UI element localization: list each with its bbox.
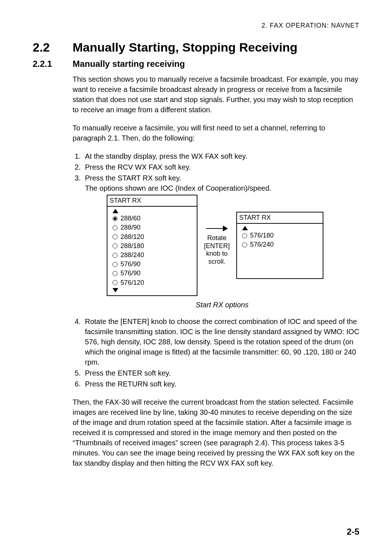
start-rx-left-panel: START RX 288/60 288/90 288/120 288/180 2… [107,195,197,296]
panel-body: 288/60 288/90 288/120 288/180 288/240 57… [107,207,197,295]
figure: START RX 288/60 288/90 288/120 288/180 2… [107,195,359,296]
radio-icon [113,253,118,258]
connector-text: [ENTER] [204,242,230,250]
scroll-up-icon [242,226,248,230]
step-text: Press the ENTER soft key. [85,369,171,377]
panel-body: 576/180 576/240 [237,224,323,278]
start-rx-right-panel: START RX 576/180 576/240 [236,212,323,279]
list-item: Press the START RX soft key. The options… [83,173,359,310]
arrow-right-icon [206,225,228,232]
option-label: 288/240 [121,251,144,260]
option-label: 288/60 [121,214,140,223]
scroll-down-icon [113,288,118,292]
step-sub-text: The options shown are IOC (Index of Coop… [85,183,359,193]
connector-text: scroll. [208,258,225,266]
option-row: 288/60 [113,214,193,223]
list-item: Press the RCV WX FAX soft key. [83,162,359,172]
step-text: Press the RCV WX FAX soft key. [85,163,191,171]
list-item: Press the ENTER soft key. [83,368,359,378]
connector-text: Rotate [207,234,226,242]
option-row: 288/90 [113,223,193,232]
option-row: 576/180 [242,231,319,240]
option-label: 288/180 [121,242,144,251]
paragraph: To manually receive a facsimile, you wil… [73,123,359,143]
option-label: 576/120 [121,278,144,287]
radio-icon [242,242,247,247]
radio-icon [113,216,118,221]
subsection-number: 2.2.1 [33,59,73,69]
list-item: Press the RETURN soft key. [83,379,359,389]
radio-icon [113,243,118,248]
page-number: 2-5 [347,527,359,537]
option-label: 576/90 [121,269,140,278]
option-row: 576/90 [113,269,193,278]
radio-icon [242,233,247,238]
scroll-up-icon [113,209,118,213]
radio-icon [113,225,118,230]
figure-caption: Start RX options [85,300,359,310]
page: 2. FAX OPERATION: NAVNET 2.2Manually Sta… [0,0,392,555]
radio-icon [113,280,118,285]
option-label: 288/120 [121,232,144,242]
option-row: 288/120 [113,232,193,242]
option-label: 576/90 [121,260,140,269]
section-number: 2.2 [33,40,73,54]
paragraph: Then, the FAX-30 will receive the curren… [73,397,359,468]
figure-connector: Rotate [ENTER] knob to scroll. [204,225,230,266]
step-text: At the standby display, press the WX FAX… [85,152,247,160]
step-text: Press the RETURN soft key. [85,380,176,388]
option-label: 576/180 [250,231,274,240]
option-row: 576/90 [113,260,193,269]
list-item: At the standby display, press the WX FAX… [83,151,359,161]
option-row: 288/240 [113,251,193,260]
option-row: 576/240 [242,240,319,249]
radio-icon [113,271,118,276]
running-header: 2. FAX OPERATION: NAVNET [33,22,359,29]
option-label: 288/90 [121,223,140,232]
paragraph: This section shows you to manually recei… [73,74,359,115]
subsection-title: Manually starting receiving [73,59,185,69]
step-text: Press the START RX soft key. [85,174,181,182]
radio-icon [113,234,118,239]
section-title: Manually Starting, Stopping Receiving [73,40,298,54]
subsection-heading: 2.2.1Manually starting receiving [33,59,359,69]
section-heading: 2.2Manually Starting, Stopping Receiving [33,40,359,54]
body-content: This section shows you to manually recei… [73,74,359,468]
option-row: 288/180 [113,242,193,251]
list-item: Rotate the [ENTER] knob to choose the co… [83,316,359,367]
panel-title: START RX [237,212,323,224]
panel-title: START RX [107,195,197,207]
step-list: At the standby display, press the WX FAX… [73,151,359,389]
option-row: 576/120 [113,278,193,287]
option-label: 576/240 [250,240,274,249]
step-text: Rotate the [ENTER] knob to choose the co… [85,317,359,366]
connector-text: knob to [206,250,228,258]
radio-icon [113,262,118,267]
